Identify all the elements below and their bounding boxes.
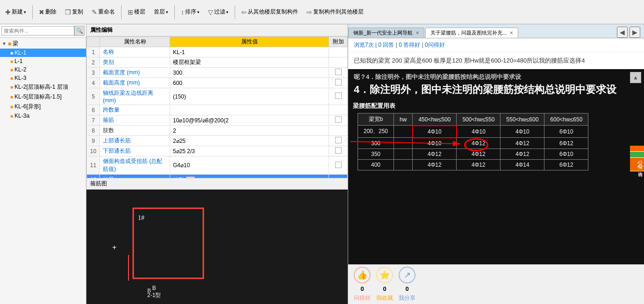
prop-name-2[interactable]: 类别 <box>100 57 170 68</box>
floor-button[interactable]: ⊞ 楼层 <box>124 7 149 17</box>
rebar-cell-1-1 <box>394 138 413 149</box>
prop-value-1[interactable]: KL-1 <box>170 47 329 57</box>
prop-add-4[interactable] <box>329 78 348 88</box>
tree-item-kl2[interactable]: ■ KL-2 <box>0 65 86 74</box>
prop-name-5[interactable]: 轴线距梁左边线距离 (mm) <box>100 88 170 105</box>
rebar-panel-title: 箍筋图 <box>86 178 348 190</box>
new-button[interactable]: ✚ 新建 ▾ <box>2 7 29 17</box>
prop-add-8 <box>329 126 348 136</box>
prop-value-9[interactable]: 2⌀25 <box>170 136 329 146</box>
prop-add-5[interactable] <box>329 88 348 105</box>
rebar-cell-2-4: 4Φ12 <box>501 148 544 159</box>
tree-item-l1[interactable]: ■ L-1 <box>0 57 86 65</box>
feedback-btn-opinion[interactable]: 意见反馈 <box>630 146 644 152</box>
prop-add-3[interactable] <box>329 68 348 78</box>
feedback-btn-report[interactable]: 报QQ咨询 <box>630 158 644 171</box>
rebar-table-title: 梁腰筋配置用表 <box>353 102 639 110</box>
prop-name-9[interactable]: 上部通长筋 <box>100 136 170 146</box>
copy-from-floor-button[interactable]: ⇦ 从其他楼层复制构件 <box>238 7 301 17</box>
prop-name-7[interactable]: 箍筋 <box>100 115 170 126</box>
rebar-cell-2-1 <box>394 148 413 159</box>
rebar-cell-1-5: 6Φ12 <box>544 138 588 149</box>
rename-button[interactable]: ✎ 重命名 <box>88 7 118 17</box>
th-beam-width: 梁宽b <box>358 113 394 126</box>
prop-value-6[interactable] <box>170 105 329 115</box>
tree-root-beam[interactable]: ▼ ■ 梁 <box>0 39 86 49</box>
search-button[interactable]: 🔍 <box>74 26 85 36</box>
new-dropdown-arrow: ▾ <box>24 10 26 14</box>
tab-1-close[interactable]: ✕ <box>415 30 419 35</box>
prop-add-7[interactable] <box>329 115 348 126</box>
tree-item-kl6[interactable]: ■ KL-6[异形] <box>0 102 86 112</box>
copy-button[interactable]: ❒ 复制 <box>62 7 86 17</box>
prop-value-10[interactable]: 5⌀25 2/3 <box>170 146 329 156</box>
prop-add-11[interactable] <box>329 156 348 175</box>
tab-2[interactable]: 关于梁腰筋，问题及图纸完补充... ✕ <box>425 28 518 38</box>
prop-value-4[interactable]: 600 <box>170 78 329 88</box>
left-panel: 🔍 ▼ ■ 梁 ■ KL-1 ■ L-1 ■ KL-2 <box>0 24 86 304</box>
sort-button[interactable]: ↕ 排序 ▾ <box>178 7 203 17</box>
tree-item-kl3a[interactable]: ■ KL-3a <box>0 112 86 120</box>
prop-add-10[interactable] <box>329 146 348 156</box>
action-share[interactable]: ↗ 0 我分享 <box>399 267 415 302</box>
prop-value-3[interactable]: 300 <box>170 68 329 78</box>
middle-panel: 属性编辑 属性名称 属性值 附加 1名称KL-12类别楼层框架梁3截面宽度 (m… <box>86 24 348 304</box>
checkbox-3[interactable] <box>335 69 342 75</box>
prop-add-12[interactable] <box>329 175 348 178</box>
prop-value-2[interactable]: 楼层框架梁 <box>170 57 329 68</box>
prop-add-9[interactable] <box>329 136 348 146</box>
copy-to-floor-button[interactable]: ⇨ 复制构件到其他楼层 <box>303 7 367 17</box>
first-floor-button[interactable]: 首层 ▾ <box>150 7 172 17</box>
rebar-row-2: 3504Φ124Φ124Φ126Φ10 <box>358 148 588 159</box>
rebar-cell-1-2: 4Φ10 <box>413 138 457 149</box>
prop-name-4[interactable]: 截面高度 (mm) <box>100 78 170 88</box>
delete-button[interactable]: ✖ 删除 <box>36 7 60 17</box>
tab-back-btn[interactable]: ◀ <box>617 27 628 38</box>
feedback-btn-follow[interactable]: 关注我们 <box>630 152 644 158</box>
main-annotation: 4．除注明外，图中未注明的梁腰筋按结构总说明中要求设 <box>354 83 638 97</box>
question-count: 0问得好 <box>425 42 445 48</box>
checkbox-5[interactable] <box>335 92 342 99</box>
tree-item-kl2b[interactable]: ■ KL-2[层顶标高-1 层顶 <box>0 82 86 92</box>
filter-button[interactable]: ▽ 过滤 ▾ <box>205 7 232 17</box>
delete-icon: ✖ <box>39 8 44 16</box>
copy-from-icon: ⇦ <box>241 8 247 16</box>
good-question-icon: 👍 <box>354 267 371 283</box>
prop-value-11[interactable]: G4⌀10 <box>170 156 329 175</box>
side-feedback-panel: 意见反馈 关注我们 报QQ咨询 <box>630 146 644 171</box>
prop-value-12[interactable]: (AB)... <box>170 175 329 178</box>
tree-item-kl3[interactable]: ■ KL-3 <box>0 74 86 82</box>
checkbox-4[interactable] <box>335 79 342 85</box>
tab-forward-btn[interactable]: ▶ <box>630 27 640 38</box>
tree-item-kl5[interactable]: ■ KL-5[层顶标高-1.5] <box>0 92 86 102</box>
browser-tabs: 钢新_新一代安全上网导航 ✕ 关于梁腰筋，问题及图纸完补充... ✕ ◀ ▶ <box>348 24 644 38</box>
tree-item-kl1[interactable]: ■ KL-1 <box>0 49 86 57</box>
checkbox-7[interactable] <box>335 116 342 123</box>
tab-1[interactable]: 钢新_新一代安全上网导航 ✕ <box>348 28 424 38</box>
checkbox-9[interactable] <box>335 137 342 143</box>
prop-name-6[interactable]: 跨数量 <box>100 105 170 115</box>
action-good-question[interactable]: 👍 0 问得好 <box>354 267 371 302</box>
checkbox-10[interactable] <box>335 147 342 154</box>
checkbox-11[interactable] <box>335 162 342 168</box>
rebar-cell-3-3: 4Φ12 <box>457 159 501 170</box>
prop-name-11[interactable]: 侧面构造或受扭筋 (总配筋值) <box>100 156 170 175</box>
prop-value-5[interactable]: (150) <box>170 88 329 105</box>
search-input[interactable] <box>1 26 74 35</box>
prop-row-num-4: 4 <box>87 78 100 88</box>
prop-row-num-2: 2 <box>87 57 100 68</box>
action-collect[interactable]: ⭐ 0 我收藏 <box>376 267 393 302</box>
scroll-top-button[interactable]: ▲ <box>630 72 641 83</box>
rename-icon: ✎ <box>92 8 97 16</box>
tab-2-close[interactable]: ✕ <box>509 30 513 35</box>
prop-value-8[interactable]: 2 <box>170 126 329 136</box>
rebar-data-table: 梁宽b hw 450<hw≤500 500<hw≤550 550<hw≤600 … <box>358 113 588 170</box>
prop-row-num-8: 8 <box>87 126 100 136</box>
rebar-cell-2-0: 350 <box>358 148 394 159</box>
prop-name-10[interactable]: 下部通长筋 <box>100 146 170 156</box>
prop-value-7[interactable]: 10⌀10@95/⌀8@200(2 <box>170 115 329 126</box>
prop-name-3[interactable]: 截面宽度 (mm) <box>100 68 170 78</box>
rebar-row-0: 200、2504Φ104Φ104Φ106Φ10 <box>358 126 588 138</box>
prop-name-1[interactable]: 名称 <box>100 47 170 57</box>
share-count: 0 <box>405 285 408 292</box>
